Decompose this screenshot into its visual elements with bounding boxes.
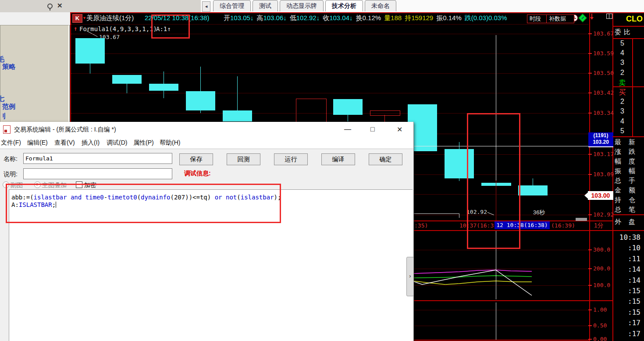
ladder-level-8: 4	[612, 117, 632, 125]
dialog-icon	[3, 125, 11, 134]
info-row-5: 金额	[615, 186, 643, 195]
axis-label: 0.50	[593, 322, 607, 329]
dialog-button-运行[interactable]: 运行	[274, 153, 308, 165]
ladder-level-0: 5	[612, 39, 632, 47]
app-window: ✕ ◂ 综合管理测试动态显示牌技术分析未命名 毛策略七范例刂 K ▼ 美原油连续…	[0, 0, 644, 341]
axis-label: 0.00	[593, 336, 607, 341]
ladder-level-2: 3	[612, 59, 632, 67]
period-label[interactable]: 1分	[594, 222, 604, 230]
menu-帮助(H)[interactable]: 帮助(H)	[160, 139, 180, 147]
axis-tick	[588, 174, 592, 175]
formula-editor-dialog: 交易系统编辑 - (所属公式组 : I.自编 *) — □ ✕ 文件(F)编辑(…	[0, 122, 414, 341]
info-row-0: 最新	[615, 138, 643, 146]
low-marker-line	[413, 213, 459, 214]
info-row-2: 幅度	[615, 157, 643, 166]
axis-label: 103.34	[593, 110, 614, 116]
annotation-box-formula-value	[151, 14, 190, 39]
ladder-level-3: 2	[612, 69, 632, 77]
menu-编辑(E)[interactable]: 编辑(E)	[27, 139, 48, 147]
weibi-label: 委比	[615, 28, 633, 36]
countdown-label: 36秒	[533, 209, 545, 217]
axis-tick	[588, 268, 592, 269]
axis-label: 102.92	[593, 211, 614, 218]
time-sales-row-5[interactable]: :15	[612, 287, 640, 295]
ladder-level-6: 2	[612, 98, 632, 106]
ladder-level-9: 5	[612, 127, 632, 135]
time-axis-left: :35)	[414, 222, 428, 229]
axis-tick	[588, 53, 592, 54]
info-row-3: 振幅	[615, 167, 643, 175]
time-sales-row-3[interactable]: :14	[612, 265, 640, 274]
description-input[interactable]	[23, 168, 172, 179]
chart-scrollbar-thumb[interactable]	[576, 218, 587, 221]
menu-查看(V)[interactable]: 查看(V)	[54, 139, 75, 147]
info-row-1: 涨跌	[615, 148, 643, 156]
menu-调试(D)[interactable]: 调试(D)	[107, 139, 127, 147]
time-sales-row-1[interactable]: :10	[612, 244, 640, 252]
indicator-line-0	[413, 270, 532, 274]
name-input[interactable]: Formula1	[23, 153, 172, 164]
dialog-button-确定[interactable]: 确定	[369, 153, 402, 165]
ladder-divider	[632, 38, 633, 136]
time-sales-row-6[interactable]: :15	[612, 297, 640, 305]
quote-line-6	[612, 230, 644, 231]
axis-label: 100.0	[593, 282, 610, 288]
axis-tick	[588, 214, 592, 215]
annotation-box-last-candle	[467, 113, 520, 249]
bar-count-price-tag: (1191)103.20	[588, 132, 613, 147]
axis-label: 300.0	[593, 246, 610, 253]
description-label: 说明:	[4, 170, 18, 178]
name-label: 名称:	[4, 155, 18, 163]
indicator-line-1	[413, 276, 532, 278]
time-axis-right: (16:39)	[551, 222, 575, 229]
crosshair-vertical-sub2	[496, 302, 496, 340]
debug-info-label: 调试信息:	[184, 170, 211, 178]
time-sales-row-8[interactable]: :17	[612, 319, 640, 327]
minimize-button[interactable]: —	[344, 125, 351, 133]
time-sales-row-4[interactable]: :14	[612, 276, 640, 284]
info-row-4: 总手	[615, 177, 643, 185]
axis-tick	[588, 325, 592, 326]
ladder-level-7: 3	[612, 107, 632, 115]
axis-label: 103.50	[593, 70, 614, 76]
axis-label: 103.09	[593, 171, 614, 178]
annotation-box-code	[6, 184, 281, 223]
axis-tick	[588, 285, 592, 286]
dialog-button-回测[interactable]: 回测	[227, 153, 260, 165]
quote-title: CLO	[626, 14, 643, 24]
dialog-button-编译[interactable]: 编译	[321, 153, 355, 165]
axis-label: 103.59	[593, 50, 614, 57]
axis-label: 103.67	[593, 30, 614, 37]
time-sales-row-0[interactable]: 10:38	[612, 233, 640, 242]
maximize-button[interactable]: □	[370, 125, 375, 133]
axis-tick	[588, 154, 592, 155]
axis-tick	[588, 92, 592, 93]
panel-expand-handle[interactable]: ›	[406, 257, 414, 296]
axis-tick	[588, 249, 592, 250]
axis-tick	[588, 309, 592, 310]
menu-插入(I)[interactable]: 插入(I)	[82, 139, 100, 147]
axis-label: 103.42	[593, 89, 614, 96]
last-price-tag: 103.00	[588, 191, 613, 200]
quote-line-1	[612, 26, 644, 27]
quote-line-5	[612, 214, 644, 215]
dialog-button-保存[interactable]: 保存	[179, 153, 213, 165]
menu-文件(F)[interactable]: 文件(F)	[1, 139, 21, 147]
time-sales-row-9[interactable]: :17	[612, 330, 640, 338]
header-button-补数据[interactable]: 补数据	[546, 14, 574, 23]
close-button[interactable]: ✕	[397, 125, 402, 134]
ladder-level-1: 4	[612, 49, 632, 57]
menu-属性(P)[interactable]: 属性(P)	[133, 139, 154, 147]
quote-line-3	[612, 86, 644, 87]
axis-tick	[588, 33, 592, 34]
axis-label: 103.17	[593, 151, 614, 157]
time-sales-row-7[interactable]: :15	[612, 308, 640, 316]
axis-label: 200.0	[593, 265, 610, 272]
info-row-7: 总笔	[615, 206, 643, 214]
header-button-时段[interactable]: 时段	[527, 14, 549, 23]
info-row-6: 持仓	[615, 196, 643, 204]
axis-tick	[588, 113, 592, 114]
outer-volume-label: 外盘	[615, 218, 643, 226]
ladder-level-5: 买	[612, 88, 632, 97]
time-sales-row-2[interactable]: :11	[612, 255, 640, 263]
